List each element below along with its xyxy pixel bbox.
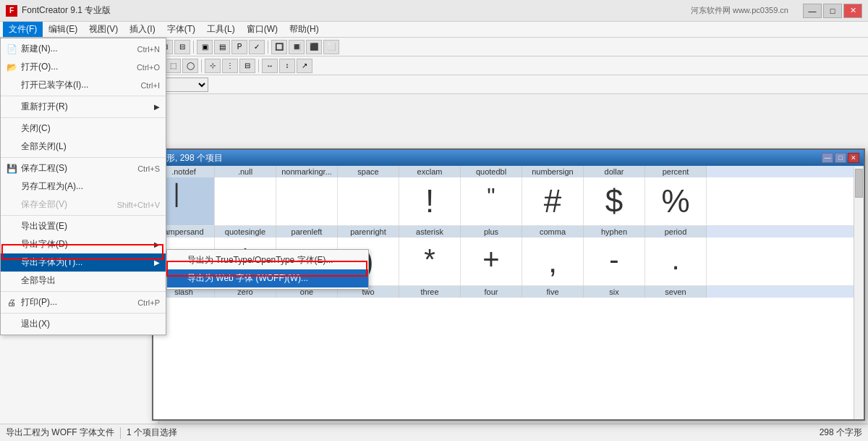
menu-divider-2 bbox=[1, 117, 166, 118]
glyph-char-numbersign[interactable]: # bbox=[522, 177, 584, 225]
glyph-header-row: .notdef .null nonmarkingr... space excla… bbox=[153, 166, 864, 177]
toolbar-separator-8 bbox=[201, 59, 202, 72]
status-bar: 导出工程为 WOFF 字体文件 1 个项目选择 298 个字形 bbox=[0, 424, 868, 441]
save-all-shortcut: Shift+Ctrl+V bbox=[103, 201, 160, 209]
glyph-char-hyphen[interactable]: - bbox=[584, 238, 645, 285]
menu-help[interactable]: 帮助(H) bbox=[284, 22, 325, 37]
menu-font[interactable]: 字体(T) bbox=[161, 22, 201, 37]
menu-export-all[interactable]: 全部导出 bbox=[1, 272, 166, 290]
glyph-window-close[interactable]: ✕ bbox=[848, 153, 859, 163]
glyph-char-percent[interactable]: % bbox=[645, 177, 707, 225]
menu-close[interactable]: 关闭(C) bbox=[1, 119, 166, 138]
menu-reopen[interactable]: 重新打开(R) ▶ bbox=[1, 98, 166, 116]
glyph-char-nonmarking[interactable] bbox=[276, 177, 338, 225]
save-icon: 💾 bbox=[5, 162, 18, 175]
glyph-header-four: four bbox=[461, 286, 522, 298]
menu-divider-6 bbox=[1, 313, 166, 314]
file-menu: 📄 新建(N)... Ctrl+N 📂 打开(O)... Ctrl+O 打开已装… bbox=[0, 38, 166, 335]
menu-tools[interactable]: 工具(L) bbox=[201, 22, 241, 37]
close-button[interactable]: ✕ bbox=[843, 4, 862, 18]
export-btn-2[interactable]: ▤ bbox=[214, 40, 230, 54]
scrollbar-thumb[interactable] bbox=[855, 169, 863, 198]
glyph-char-asterisk[interactable]: * bbox=[399, 238, 461, 285]
toolbar-separator-5 bbox=[268, 41, 268, 54]
align-btn-3[interactable]: ⊟ bbox=[239, 59, 255, 73]
view-btn-3[interactable]: ⬛ bbox=[306, 40, 322, 54]
glyph-window-controls: — □ ✕ bbox=[822, 153, 859, 163]
title-bar: F FontCreator 9.1 专业版 河东软件网 www.pc0359.c… bbox=[0, 0, 868, 22]
glyph-scrollbar[interactable] bbox=[854, 167, 864, 419]
glyph-char-exclam[interactable]: ! bbox=[399, 177, 461, 225]
menu-insert[interactable]: 插入(I) bbox=[124, 22, 161, 37]
img-btn-3[interactable]: ◯ bbox=[182, 59, 198, 73]
menu-save-as[interactable]: 另存工程为(A)... bbox=[1, 177, 166, 196]
menu-save-all[interactable]: 保存全部(V) Shift+Ctrl+V bbox=[1, 196, 166, 214]
menu-open[interactable]: 📂 打开(O)... Ctrl+O bbox=[1, 58, 166, 76]
glyph-btn-2[interactable]: ⊟ bbox=[174, 40, 190, 54]
menu-window[interactable]: 窗口(W) bbox=[241, 22, 284, 37]
glyph-header-period: period bbox=[645, 226, 707, 238]
view-btn-1[interactable]: 🔲 bbox=[271, 40, 287, 54]
glyph-char-plus[interactable]: + bbox=[461, 238, 522, 285]
menu-export-font-as[interactable]: 导出字体为(T)... ▶ bbox=[1, 253, 166, 272]
menu-view[interactable]: 视图(V) bbox=[83, 22, 124, 37]
view-btn-4[interactable]: ⬜ bbox=[323, 40, 339, 54]
menu-export-font[interactable]: 导出字体(D) ▶ bbox=[1, 235, 166, 253]
reopen-arrow: ▶ bbox=[154, 103, 160, 111]
menu-save[interactable]: 💾 保存工程(S) Ctrl+S bbox=[1, 159, 166, 177]
extra-btn-1[interactable]: ↔ bbox=[262, 59, 278, 73]
glyph-header-parenright: parenright bbox=[338, 226, 399, 238]
menu-open-installed[interactable]: 打开已装字体(I)... Ctrl+I bbox=[1, 76, 166, 94]
print-shortcut: Ctrl+P bbox=[123, 298, 160, 307]
menu-divider-4 bbox=[1, 215, 166, 216]
glyph-char-period[interactable]: . bbox=[645, 238, 707, 285]
glyph-char-row-1: ▏ ! " # $ % bbox=[153, 177, 864, 226]
export-truetype[interactable]: 导出为 TrueType/OpenType 字体(E)... bbox=[167, 251, 368, 269]
glyph-header-hyphen: hyphen bbox=[584, 226, 645, 238]
glyph-header-numbersign: numbersign bbox=[522, 166, 584, 177]
align-btn-1[interactable]: ⊹ bbox=[205, 59, 221, 73]
menu-exit[interactable]: 退出(X) bbox=[1, 315, 166, 333]
export-web-font[interactable]: 导出为 Web 字体 (WOFF)(W)... bbox=[167, 269, 368, 287]
export-btn-3[interactable]: P bbox=[231, 40, 247, 54]
menu-new[interactable]: 📄 新建(N)... Ctrl+N bbox=[1, 40, 166, 58]
open-icon: 📂 bbox=[5, 61, 18, 74]
glyph-window-maximize[interactable]: □ bbox=[835, 153, 846, 163]
align-btn-2[interactable]: ⋮ bbox=[222, 59, 238, 73]
status-separator-1 bbox=[120, 427, 121, 439]
export-btn-1[interactable]: ▣ bbox=[197, 40, 213, 54]
glyph-header-null: .null bbox=[215, 166, 276, 177]
glyph-char-dollar[interactable]: $ bbox=[584, 177, 645, 225]
app-icon: F bbox=[6, 5, 17, 17]
open-shortcut: Ctrl+O bbox=[122, 63, 160, 72]
export-btn-4[interactable]: ✓ bbox=[249, 40, 265, 54]
glyph-char-null[interactable] bbox=[215, 177, 276, 225]
maximize-button[interactable]: □ bbox=[823, 4, 842, 18]
glyph-window-minimize[interactable]: — bbox=[822, 153, 833, 163]
new-icon: 📄 bbox=[5, 43, 18, 56]
toolbar-separator-4 bbox=[193, 41, 194, 54]
extra-btn-2[interactable]: ↕ bbox=[279, 59, 295, 73]
save-shortcut: Ctrl+S bbox=[123, 164, 160, 173]
glyph-char-quotedbl[interactable]: " bbox=[461, 177, 522, 225]
glyph-header-exclam: exclam bbox=[399, 166, 461, 177]
menu-print[interactable]: 🖨 打印(P)... Ctrl+P bbox=[1, 293, 166, 311]
glyph-header-parenleft: parenleft bbox=[276, 226, 338, 238]
menu-export-settings[interactable]: 导出设置(E) bbox=[1, 217, 166, 235]
open-installed-shortcut: Ctrl+I bbox=[126, 81, 160, 90]
menu-divider-3 bbox=[1, 157, 166, 158]
glyph-window-title-bar: 字形, 298 个项目 — □ ✕ bbox=[153, 150, 864, 166]
glyph-header-quotesingle: quotesingle bbox=[215, 226, 276, 238]
glyph-char-comma[interactable]: , bbox=[522, 238, 584, 285]
extra-btn-3[interactable]: ↗ bbox=[297, 59, 312, 73]
minimize-button[interactable]: — bbox=[803, 4, 822, 18]
status-right: 298 个字形 bbox=[820, 427, 862, 439]
view-btn-2[interactable]: 🔳 bbox=[289, 40, 305, 54]
glyph-char-space[interactable] bbox=[338, 177, 399, 225]
menu-close-all[interactable]: 全部关闭(L) bbox=[1, 138, 166, 156]
status-middle: 1 个项目选择 bbox=[127, 427, 177, 439]
menu-edit[interactable]: 编辑(E) bbox=[43, 22, 83, 37]
app-title: FontCreator 9.1 专业版 bbox=[22, 4, 691, 17]
menu-file[interactable]: 文件(F) bbox=[3, 22, 43, 37]
img-btn-2[interactable]: ⬚ bbox=[165, 59, 181, 73]
